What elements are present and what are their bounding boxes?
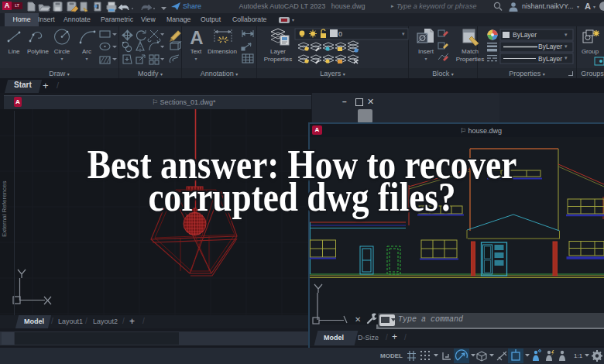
svg-text:1:1: 1:1 <box>574 352 583 359</box>
svg-text:A: A <box>190 27 203 48</box>
svg-text:Share: Share <box>183 2 201 10</box>
